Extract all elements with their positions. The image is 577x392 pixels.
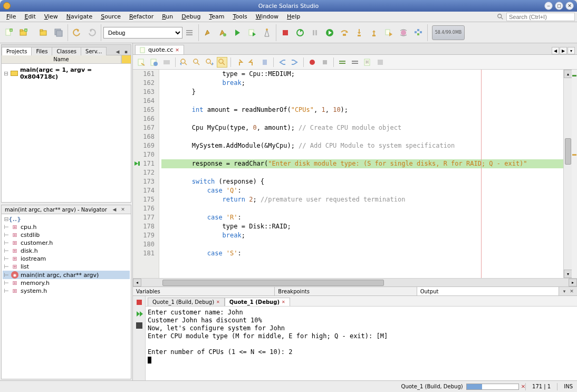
search-input[interactable]	[506, 13, 575, 21]
start-macro-button[interactable]	[307, 57, 318, 68]
menu-run[interactable]: Run	[158, 12, 177, 21]
filter-icon[interactable]	[121, 55, 131, 63]
config-settings-button[interactable]	[182, 26, 196, 40]
navigator-item[interactable]: ⊢⊞disk.h	[3, 247, 130, 255]
output-stop-button[interactable]	[135, 298, 143, 307]
navigator-item[interactable]: ⊢⊞memory.h	[3, 279, 130, 287]
panel-close-icon[interactable]: ✕	[119, 206, 127, 213]
run-button[interactable]	[230, 26, 244, 40]
panel-left-icon[interactable]: ◀	[111, 206, 118, 213]
clean-build-button[interactable]	[216, 26, 229, 40]
profile-button[interactable]	[260, 26, 274, 40]
maximize-button[interactable]: ◻	[555, 2, 563, 10]
toggle-bookmark-button[interactable]	[259, 57, 270, 68]
apply-code-changes-button[interactable]	[397, 26, 410, 40]
stop-button[interactable]	[278, 26, 292, 40]
vertical-scrollbar[interactable]: ▴ ▾	[563, 70, 572, 278]
find-selection-button[interactable]	[191, 57, 202, 68]
panel-close-icon[interactable]: ✕	[569, 288, 575, 294]
shift-left-button[interactable]	[277, 57, 287, 68]
new-watch-button[interactable]	[411, 26, 425, 40]
projects-tab-projects[interactable]: Projects	[2, 47, 32, 55]
find-next-button[interactable]	[204, 57, 215, 68]
restart-button[interactable]	[293, 26, 307, 40]
menu-team[interactable]: Team	[205, 12, 228, 21]
menu-edit[interactable]: Edit	[20, 12, 40, 21]
run-to-cursor-button[interactable]	[382, 26, 396, 40]
menu-tools[interactable]: Tools	[229, 12, 252, 21]
shift-right-button[interactable]	[290, 57, 300, 68]
output-console[interactable]: Enter customer name: John Customer John …	[146, 307, 577, 380]
menu-help[interactable]: Help	[283, 12, 304, 21]
tab-next-button[interactable]: ▶	[560, 47, 567, 54]
source-button[interactable]	[136, 57, 147, 68]
minimize-button[interactable]: ‒	[544, 2, 553, 10]
breakpoints-tab[interactable]: Breakpoints	[275, 287, 417, 295]
diff-button[interactable]	[161, 57, 172, 68]
tab-prev-button[interactable]: ◀	[552, 47, 559, 54]
cancel-task-icon[interactable]: ✕	[521, 384, 525, 389]
menu-view[interactable]: View	[40, 12, 62, 21]
check-file-button[interactable]	[375, 57, 386, 68]
menu-window[interactable]: Window	[252, 12, 283, 21]
projects-tab-files[interactable]: Files	[31, 47, 52, 55]
step-out-button[interactable]	[367, 26, 381, 40]
stack-frame-row[interactable]: ⊟ main(argc = 1, argv = 0x804718c)	[4, 66, 129, 81]
new-project-button[interactable]: +	[17, 26, 31, 40]
navigator-item[interactable]: ⊢⊞system.h	[3, 287, 130, 295]
close-icon[interactable]: ✕	[282, 300, 285, 304]
panel-minimize-icon[interactable]: ▾	[561, 288, 568, 294]
overview-ruler[interactable]	[572, 70, 577, 278]
horizontal-scrollbar[interactable]: ◂▸	[133, 278, 577, 286]
close-button[interactable]: ✕	[565, 2, 574, 10]
uncomment-button[interactable]	[350, 57, 360, 68]
undo-button[interactable]	[70, 26, 84, 40]
redo-button[interactable]	[85, 26, 99, 40]
stop-macro-button[interactable]	[320, 57, 330, 68]
menu-refactor[interactable]: Refactor	[125, 12, 158, 21]
go-to-header-button[interactable]: H	[362, 57, 373, 68]
open-project-button[interactable]	[37, 26, 51, 40]
navigator-item[interactable]: ⊢⊞iostream	[3, 255, 130, 263]
pause-button[interactable]	[308, 26, 322, 40]
tab-dropdown-button[interactable]: ▾	[568, 47, 575, 54]
menu-navigate[interactable]: Navigate	[62, 12, 97, 21]
build-button[interactable]	[201, 26, 215, 40]
close-icon[interactable]: ✕	[216, 300, 220, 304]
output-subtab[interactable]: Quote_1 (Build, Debug)✕	[148, 298, 225, 306]
navigator-item[interactable]: ⊢⊞customer.h	[3, 239, 130, 247]
output-settings-button[interactable]	[135, 321, 143, 330]
variables-tab[interactable]: Variables	[133, 287, 275, 295]
navigator-item[interactable]: ⊢◉main(int argc, char** argv)	[3, 271, 130, 279]
step-over-button[interactable]	[338, 26, 351, 40]
close-tab-icon[interactable]: ✕	[175, 47, 179, 53]
prev-bookmark-button[interactable]	[234, 57, 245, 68]
output-rerun-button[interactable]	[135, 310, 143, 318]
next-bookmark-button[interactable]	[247, 57, 257, 68]
menu-source[interactable]: Source	[97, 12, 125, 21]
projects-tab-serv[interactable]: Serv...	[81, 47, 107, 55]
step-into-button[interactable]	[352, 26, 366, 40]
editor-tab[interactable]: quote.cc ✕	[135, 45, 184, 54]
new-file-button[interactable]: +	[2, 26, 16, 40]
code-editor[interactable]: 1611621631641651661671681691701711721731…	[133, 70, 577, 278]
navigator-item[interactable]: ⊟{..}	[3, 215, 130, 223]
menu-debug[interactable]: Debug	[177, 12, 205, 21]
find-prev-button[interactable]	[179, 57, 189, 68]
continue-button[interactable]	[323, 26, 336, 40]
output-subtab[interactable]: Quote_1 (Debug)✕	[225, 298, 290, 306]
menu-file[interactable]: File	[2, 12, 20, 21]
build-config-select[interactable]: Debug	[103, 27, 182, 39]
output-tab[interactable]: Output	[417, 287, 559, 295]
panel-left-icon[interactable]: ◀	[114, 49, 121, 55]
history-button[interactable]	[149, 57, 159, 68]
navigator-item[interactable]: ⊢⊞cpu.h	[3, 223, 130, 231]
navigator-item[interactable]: ⊢⊞list	[3, 263, 130, 271]
panel-minimize-icon[interactable]: ▪	[122, 49, 130, 55]
navigator-item[interactable]: ⊢⊞cstdlib	[3, 231, 130, 239]
comment-button[interactable]	[337, 57, 348, 68]
save-all-button[interactable]	[52, 26, 65, 40]
debug-button[interactable]	[245, 26, 259, 40]
projects-tab-classes[interactable]: Classes	[52, 47, 81, 55]
toggle-highlight-button[interactable]	[217, 57, 227, 68]
